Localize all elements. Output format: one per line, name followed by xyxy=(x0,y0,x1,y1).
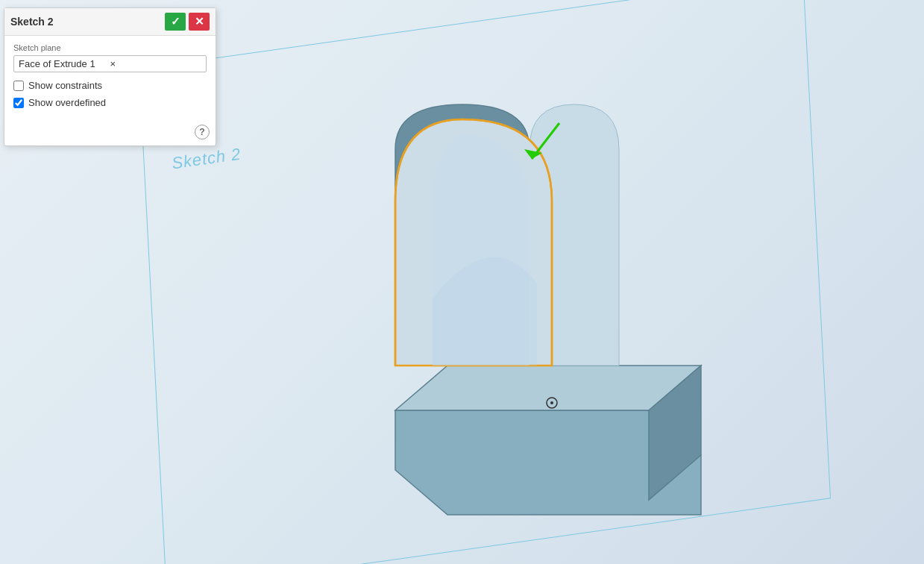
panel-footer: ? xyxy=(4,122,216,145)
green-arrow-indicator xyxy=(511,116,571,175)
panel-title: Sketch 2 xyxy=(10,16,54,28)
cancel-button[interactable]: ✕ xyxy=(189,13,210,31)
panel-header: Sketch 2 ✓ ✕ xyxy=(4,8,216,36)
help-button[interactable]: ? xyxy=(195,125,210,140)
clear-sketch-plane-button[interactable]: × xyxy=(110,59,202,69)
show-overdefined-label[interactable]: Show overdefined xyxy=(28,97,106,108)
svg-point-4 xyxy=(550,401,553,404)
show-constraints-label[interactable]: Show constraints xyxy=(28,80,102,91)
show-overdefined-checkbox[interactable] xyxy=(13,98,24,108)
show-constraints-row: Show constraints xyxy=(13,80,207,91)
sketch-plane-value: Face of Extrude 1 xyxy=(19,58,110,69)
ok-button[interactable]: ✓ xyxy=(165,13,186,31)
svg-marker-1 xyxy=(395,366,701,410)
show-constraints-checkbox[interactable] xyxy=(13,81,24,91)
panel-body: Sketch plane Face of Extrude 1 × Show co… xyxy=(4,36,216,122)
show-overdefined-row: Show overdefined xyxy=(13,97,207,108)
panel-buttons: ✓ ✕ xyxy=(165,13,210,31)
sketch-panel: Sketch 2 ✓ ✕ Sketch plane Face of Extrud… xyxy=(4,7,216,146)
sketch-plane-input-row[interactable]: Face of Extrude 1 × xyxy=(13,55,207,72)
sketch-plane-field-label: Sketch plane xyxy=(13,43,207,52)
